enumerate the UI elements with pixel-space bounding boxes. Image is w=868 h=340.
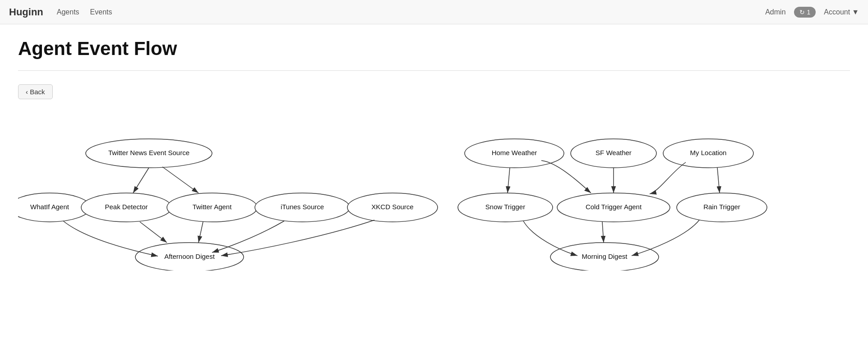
badge-count: 1 [807,9,811,16]
brand-link[interactable]: Huginn [9,6,43,18]
node-morning-digest-label: Morning Digest [582,253,628,260]
back-button[interactable]: ‹ Back [18,84,53,99]
agents-link[interactable]: Agents [57,8,79,16]
edge-twitterNews-twitterAgent [162,167,199,193]
node-whatif[interactable]: WhatIf Agent [18,193,90,222]
node-home-weather-label: Home Weather [492,149,537,156]
node-cold-trigger-label: Cold Trigger Agent [586,203,642,211]
node-peak-detector[interactable]: Peak Detector [81,193,171,222]
page-title: Agent Event Flow [18,38,850,60]
edge-homeWeather-snowTrigger [508,168,510,193]
edge-coldTrigger-morningDigest [602,222,604,243]
navbar-right: Admin ↻ 1 Account ▼ [765,7,859,18]
node-sf-weather[interactable]: SF Weather [571,139,656,168]
node-xkcd-source-label: XKCD Source [371,203,413,211]
flow-diagram-container: Twitter News Event Source WhatIf Agent P… [18,117,850,271]
edge-twitterAgent-afternoon [199,222,203,243]
node-twitter-agent-label: Twitter Agent [193,203,232,211]
edge-myLocation-coldTrigger [650,162,686,194]
node-peak-detector-label: Peak Detector [105,203,148,211]
admin-label: Admin [765,8,785,16]
node-my-location-label: My Location [690,149,727,156]
navbar: Huginn Agents Events Admin ↻ 1 Account ▼ [0,0,868,24]
node-itunes-source[interactable]: iTunes Source [255,193,350,222]
node-afternoon-digest-label: Afternoon Digest [164,253,215,260]
node-twitter-agent[interactable]: Twitter Agent [167,193,257,222]
node-snow-trigger-label: Snow Trigger [485,203,525,211]
account-dropdown-icon: ▼ [852,8,859,16]
node-snow-trigger[interactable]: Snow Trigger [458,193,553,222]
node-rain-trigger-label: Rain Trigger [703,203,740,211]
node-my-location[interactable]: My Location [663,139,753,168]
edge-twitterNews-peakDetector [133,168,149,193]
edge-myLocation-rainTrigger [717,168,720,193]
node-xkcd-source[interactable]: XKCD Source [347,193,438,222]
flow-diagram: Twitter News Event Source WhatIf Agent P… [18,117,848,271]
account-label: Account [824,8,850,16]
node-whatif-label: WhatIf Agent [30,203,69,211]
node-twitter-news-label: Twitter News Event Source [108,149,189,156]
node-itunes-source-label: iTunes Source [281,203,324,211]
edge-xkcd-afternoon [221,220,374,256]
account-menu[interactable]: Account ▼ [824,8,859,16]
node-home-weather[interactable]: Home Weather [465,139,564,168]
node-morning-digest[interactable]: Morning Digest [550,243,659,271]
divider [18,70,850,71]
refresh-badge[interactable]: ↻ 1 [794,7,816,18]
refresh-icon: ↻ [799,9,805,16]
events-link[interactable]: Events [90,8,112,16]
node-twitter-news[interactable]: Twitter News Event Source [86,139,212,168]
node-cold-trigger[interactable]: Cold Trigger Agent [557,193,670,222]
node-sf-weather-label: SF Weather [596,149,632,156]
node-rain-trigger[interactable]: Rain Trigger [677,193,767,222]
main-content: Agent Event Flow ‹ Back Twitter News Eve… [0,24,868,284]
edge-peakDetector-afternoon [140,222,167,243]
edge-homeWeather-coldTrigger [541,161,591,193]
